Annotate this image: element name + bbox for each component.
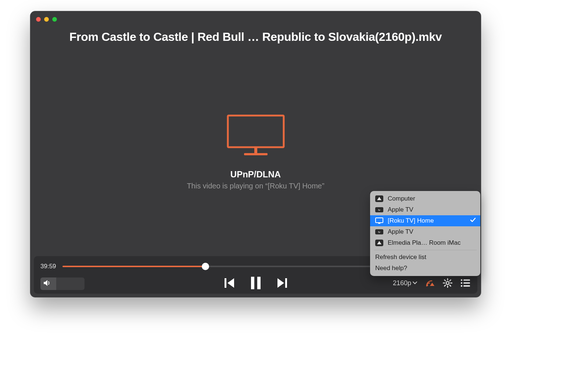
cast-protocol-label: UPnP/DLNA bbox=[30, 169, 481, 180]
svg-point-17 bbox=[461, 279, 462, 281]
volume-slider[interactable] bbox=[40, 277, 85, 290]
menu-label: Refresh device list bbox=[375, 254, 426, 261]
svg-line-13 bbox=[445, 280, 446, 281]
svg-rect-2 bbox=[244, 153, 268, 155]
device-menu-item-label: Apple TV bbox=[388, 206, 413, 213]
video-title: From Castle to Castle | Red Bull … Repub… bbox=[30, 30, 481, 44]
list-icon bbox=[460, 279, 470, 287]
menu-separator bbox=[374, 250, 477, 250]
svg-rect-18 bbox=[463, 279, 470, 281]
computer-icon bbox=[375, 195, 383, 202]
svg-rect-27 bbox=[378, 223, 380, 224]
check-icon bbox=[470, 217, 476, 224]
cast-status-text: This video is playing on “[Roku TV] Home… bbox=[30, 182, 481, 190]
svg-text:tv: tv bbox=[378, 230, 380, 234]
device-menu-item-label: Elmedia Pla… Room iMac bbox=[388, 239, 460, 247]
cast-icon bbox=[425, 279, 435, 287]
device-menu-item[interactable]: Computer bbox=[370, 193, 480, 204]
next-button[interactable] bbox=[277, 277, 287, 290]
refresh-device-list[interactable]: Refresh device list bbox=[370, 252, 480, 263]
progress-thumb[interactable] bbox=[202, 263, 209, 270]
previous-button[interactable] bbox=[225, 277, 234, 290]
quality-selector[interactable]: 2160p bbox=[393, 279, 417, 287]
svg-line-15 bbox=[450, 280, 451, 281]
svg-point-7 bbox=[426, 284, 428, 286]
tv-icon bbox=[375, 217, 383, 224]
svg-line-14 bbox=[450, 285, 451, 286]
quality-label: 2160p bbox=[393, 279, 411, 287]
cast-device-menu: Computer tv Apple TV [Roku TV] Home tv A… bbox=[370, 191, 480, 276]
tv-screen-icon bbox=[226, 114, 285, 158]
close-window-button[interactable] bbox=[36, 17, 41, 22]
svg-rect-5 bbox=[257, 277, 261, 289]
svg-rect-20 bbox=[463, 282, 470, 284]
traffic-lights bbox=[36, 17, 57, 22]
gear-icon bbox=[443, 278, 452, 288]
minimize-window-button[interactable] bbox=[44, 17, 49, 22]
svg-rect-3 bbox=[225, 278, 226, 288]
right-controls: 2160p bbox=[393, 278, 470, 288]
appletv-icon: tv bbox=[375, 206, 383, 213]
need-help[interactable]: Need help? bbox=[370, 263, 480, 274]
svg-rect-22 bbox=[463, 285, 470, 287]
svg-rect-26 bbox=[376, 218, 383, 223]
svg-point-19 bbox=[461, 282, 462, 284]
appletv-icon: tv bbox=[375, 229, 383, 235]
svg-text:tv: tv bbox=[378, 208, 380, 212]
device-menu-item[interactable]: Elmedia Pla… Room iMac bbox=[370, 237, 480, 248]
svg-point-8 bbox=[446, 282, 449, 284]
cast-status-panel: UPnP/DLNA This video is playing on “[Rok… bbox=[30, 114, 481, 190]
progress-fill bbox=[62, 266, 205, 267]
pause-button[interactable] bbox=[251, 277, 261, 290]
speaker-icon bbox=[44, 280, 51, 288]
device-menu-item[interactable]: tv Apple TV bbox=[370, 226, 480, 237]
device-menu-item-label: Computer bbox=[388, 195, 415, 202]
svg-rect-0 bbox=[228, 116, 284, 147]
svg-rect-6 bbox=[285, 278, 287, 288]
device-menu-item-label: Apple TV bbox=[388, 228, 413, 236]
playlist-button[interactable] bbox=[460, 279, 470, 287]
svg-rect-4 bbox=[251, 277, 254, 289]
zoom-window-button[interactable] bbox=[52, 17, 57, 22]
settings-button[interactable] bbox=[443, 278, 452, 288]
device-menu-item[interactable]: [Roku TV] Home bbox=[370, 215, 480, 226]
svg-rect-1 bbox=[254, 148, 257, 153]
device-menu-item[interactable]: tv Apple TV bbox=[370, 204, 480, 215]
device-menu-item-label: [Roku TV] Home bbox=[388, 217, 434, 224]
menu-label: Need help? bbox=[375, 265, 407, 272]
cast-button[interactable] bbox=[425, 279, 435, 287]
svg-line-16 bbox=[445, 285, 446, 286]
transport-controls bbox=[225, 277, 287, 290]
computer-icon bbox=[375, 240, 383, 246]
svg-point-21 bbox=[461, 285, 462, 287]
chevron-down-icon bbox=[413, 281, 417, 285]
elapsed-time: 39:59 bbox=[40, 263, 56, 270]
